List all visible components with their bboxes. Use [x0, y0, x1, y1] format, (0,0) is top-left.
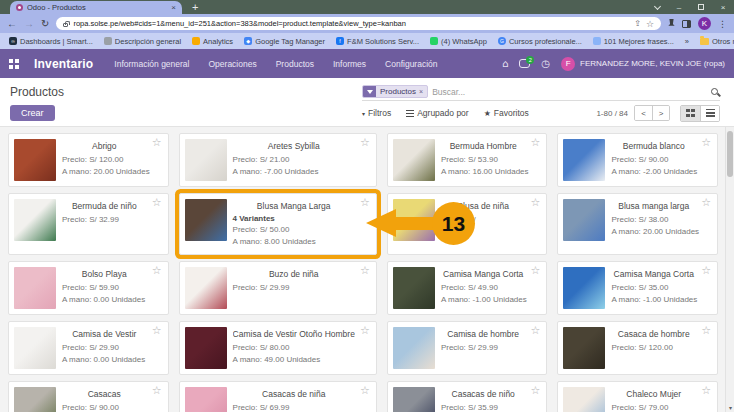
favorite-star-icon[interactable]: ☆: [531, 265, 541, 276]
new-tab-button[interactable]: +: [192, 1, 198, 14]
favorite-star-icon[interactable]: ☆: [701, 137, 711, 148]
favorite-star-icon[interactable]: ☆: [531, 385, 541, 396]
kanban-view-button[interactable]: [681, 106, 700, 121]
bookmark-item[interactable]: G Cursos profesionale...: [498, 37, 582, 46]
favorite-star-icon[interactable]: ☆: [701, 385, 711, 396]
url-text[interactable]: ropa.solse.pe/web#cids=1&menu_id=251&act…: [73, 19, 629, 28]
navbar-menu-item[interactable]: Informes: [333, 59, 366, 69]
home-icon[interactable]: ⌂: [502, 59, 508, 69]
favorite-star-icon[interactable]: ☆: [360, 137, 370, 148]
bookmark-item[interactable]: Descripción general: [104, 37, 181, 46]
favorite-star-icon[interactable]: ☆: [152, 265, 162, 276]
product-card[interactable]: Abrigo Precio: S/ 120.00 A mano: 20.00 U…: [8, 133, 169, 187]
chat-icon[interactable]: 2: [519, 59, 530, 68]
bookmark-favicon-icon: [430, 37, 438, 45]
product-card[interactable]: Camisa de Vestir Precio: S/ 29.90 A mano…: [8, 321, 169, 375]
favorite-star-icon[interactable]: ☆: [531, 197, 541, 208]
product-image: [563, 267, 605, 309]
list-view-button[interactable]: [700, 106, 719, 121]
bookmark-item[interactable]: f F&M Solutions Serv...: [336, 37, 419, 46]
browser-tab-strip: Odoo - Productos × + – ×: [0, 0, 734, 14]
product-card[interactable]: Bermuda Hombre Precio: S/ 53.90 A mano: …: [387, 133, 548, 187]
product-card[interactable]: Bermuda blanco Precio: S/ 90.00 A mano: …: [557, 133, 718, 187]
search-facet[interactable]: Productos ×: [362, 85, 428, 98]
side-panel-icon[interactable]: [682, 20, 691, 28]
window-minimize-button[interactable]: –: [668, 0, 690, 14]
other-bookmarks[interactable]: Otros marcadores: [700, 37, 734, 46]
product-card[interactable]: Camisa de hombre Precio: S/ 29.99 ☆: [387, 321, 548, 375]
forward-icon[interactable]: →: [24, 19, 34, 29]
bookmark-item[interactable]: Analytics: [192, 37, 233, 46]
navbar-menu-item[interactable]: Operaciones: [209, 59, 257, 69]
browser-tab[interactable]: Odoo - Productos ×: [10, 1, 182, 14]
product-card[interactable]: Buzo de niña Precio: S/ 29.99 ☆: [179, 261, 377, 315]
favorite-star-icon[interactable]: ☆: [701, 265, 711, 276]
address-bar[interactable]: ropa.solse.pe/web#cids=1&menu_id=251&act…: [56, 17, 661, 30]
bookmark-item[interactable]: ◆ Google Tag Manager: [244, 37, 325, 46]
extension-pin-icon[interactable]: [668, 19, 675, 28]
scrollbar-thumb[interactable]: [727, 131, 733, 177]
activities-clock-icon[interactable]: ◷: [541, 59, 550, 69]
favorite-star-icon[interactable]: ☆: [531, 137, 541, 148]
product-card[interactable]: Blusa Manga Larga 4 Variantes Precio: S/…: [179, 193, 377, 255]
window-restore-button[interactable]: [690, 0, 712, 14]
product-card[interactable]: Casacas Precio: S/ 90.00 ☆: [8, 381, 169, 412]
navbar-menu-item[interactable]: Configuración: [385, 59, 437, 69]
product-card[interactable]: Camisa de Vestir Otoño Hombre Precio: S/…: [179, 321, 377, 375]
favorites-button[interactable]: ★ Favoritos: [484, 108, 529, 118]
browser-menu-icon[interactable]: ⋮: [718, 19, 727, 29]
bookmark-item[interactable]: (4) WhatsApp: [430, 37, 487, 46]
favorite-star-icon[interactable]: ☆: [152, 197, 162, 208]
facet-remove-icon[interactable]: ×: [419, 88, 427, 95]
product-card[interactable]: Camisa Manga Corta Precio: S/ 49.90 A ma…: [387, 261, 548, 315]
bookmark-star-icon[interactable]: ☆: [646, 19, 654, 29]
bookmark-item[interactable]: 101 Mejores frases...: [593, 37, 674, 46]
app-name[interactable]: Inventario: [34, 57, 93, 71]
product-image: [14, 327, 56, 369]
product-card[interactable]: Aretes Sybilla Precio: S/ 21.00 A mano: …: [179, 133, 377, 187]
favorite-star-icon[interactable]: ☆: [152, 325, 162, 336]
favorite-star-icon[interactable]: ☆: [360, 385, 370, 396]
favorite-star-icon[interactable]: ☆: [701, 197, 711, 208]
favorite-star-icon[interactable]: ☆: [152, 137, 162, 148]
pager-prev-button[interactable]: <: [635, 106, 652, 120]
pager-next-button[interactable]: >: [652, 106, 669, 120]
navbar-menu-item[interactable]: Información general: [114, 59, 189, 69]
bookmarks-overflow[interactable]: »: [685, 37, 689, 46]
reload-icon[interactable]: ↻: [41, 19, 49, 29]
product-card[interactable]: Blusa manga larga Precio: S/ 38.00 A man…: [557, 193, 718, 255]
product-card[interactable]: Casaca de hombre Precio: S/ 120.00 ☆: [557, 321, 718, 375]
group-by-button[interactable]: Agrupado por: [406, 108, 469, 118]
product-card[interactable]: Bermuda de niño Precio: S/ 32.99 ☆: [8, 193, 169, 255]
favorite-star-icon[interactable]: ☆: [701, 325, 711, 336]
share-icon[interactable]: ⇪: [634, 19, 641, 28]
scrollbar[interactable]: ▾: [725, 127, 734, 412]
search-bar[interactable]: Productos ×: [362, 83, 720, 101]
favorite-star-icon[interactable]: ☆: [360, 325, 370, 336]
create-button[interactable]: Crear: [10, 105, 55, 121]
bookmark-item[interactable]: ∞ Dashboards | Smart...: [9, 37, 93, 46]
search-input[interactable]: [432, 87, 707, 97]
back-icon[interactable]: ←: [7, 19, 17, 29]
product-card[interactable]: Blusa de niña Precio: S/ ☆: [387, 193, 548, 255]
product-card[interactable]: Camisa Manga Corta Precio: S/ 35.00 A ma…: [557, 261, 718, 315]
product-card[interactable]: Casacas de niña Precio: S/ 69.99 ☆: [179, 381, 377, 412]
scroll-down-icon[interactable]: ▾: [726, 404, 734, 411]
filters-button[interactable]: ▾ Filtros: [362, 108, 391, 118]
favorite-star-icon[interactable]: ☆: [360, 265, 370, 276]
favorite-star-icon[interactable]: ☆: [360, 197, 370, 208]
search-icon[interactable]: [711, 88, 718, 95]
favorite-star-icon[interactable]: ☆: [531, 325, 541, 336]
navbar-menu-item[interactable]: Productos: [276, 59, 314, 69]
bookmark-favicon-icon: [593, 37, 601, 45]
browser-profile-avatar[interactable]: K: [698, 17, 711, 30]
tab-close-icon[interactable]: ×: [171, 4, 176, 12]
window-close-button[interactable]: ×: [712, 0, 734, 14]
product-card[interactable]: Chaleco Mujer Precio: S/ 79.00 A mano: -…: [557, 381, 718, 412]
favorite-star-icon[interactable]: ☆: [152, 385, 162, 396]
window-menu-button[interactable]: [646, 0, 668, 14]
user-menu[interactable]: F FERNANDEZ MORE, KEVIN JOE (ropa): [561, 57, 725, 71]
apps-menu-icon[interactable]: [9, 59, 19, 69]
product-card[interactable]: Bolso Playa Precio: S/ 59.90 A mano: 0.0…: [8, 261, 169, 315]
product-card[interactable]: Casacas de niño Precio: S/ 35.99 ☆: [387, 381, 548, 412]
